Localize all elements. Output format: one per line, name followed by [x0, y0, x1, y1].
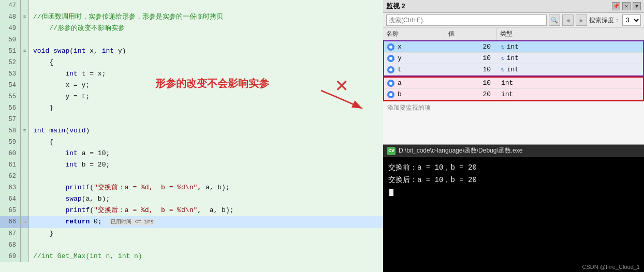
code-panel: 47 48 ≡ //但函数调用时，实参传递给形参，形参是实参的一份临时拷贝 49…: [0, 0, 383, 272]
watch-cell-y-val: 10: [447, 53, 499, 63]
watch-red-group: a 10 int b 20 int: [383, 77, 644, 101]
console-title-bar: cv D:\bit_code\c-language\函数\Debug\函数.ex…: [383, 145, 644, 157]
line-content-60: int a = 10;: [29, 148, 383, 159]
watch-cell-b-name: b: [396, 89, 447, 99]
watch-col-name-header: 名称: [383, 28, 445, 40]
watch-depth-label: 搜索深度：: [589, 16, 620, 25]
line-content-69: //int Get_Max(int n, int n): [29, 251, 383, 262]
watch-row-x-icon: [386, 42, 396, 52]
code-line-61: 61 int b = 20;: [0, 159, 383, 171]
watch-cell-a-type: int: [499, 78, 643, 88]
line-content-58: int main(void): [29, 125, 383, 137]
watch-row-x: x 20 ↻ int: [384, 41, 643, 53]
watch-depth-select[interactable]: 3 5 10: [622, 14, 641, 26]
line-num-57: 57: [0, 114, 21, 125]
code-line-67: 67 }: [0, 228, 383, 239]
watch-cell-b-val: 20: [447, 89, 499, 99]
line-marker-68: [21, 239, 29, 251]
line-content-57: [29, 114, 383, 125]
line-marker-66: →: [21, 216, 29, 228]
line-content-52: {: [29, 57, 383, 68]
line-num-54: 54: [0, 80, 21, 91]
code-line-62: 62: [0, 171, 383, 182]
code-line-60: 60 int a = 10;: [0, 148, 383, 159]
code-line-55: 55 y = t;: [0, 91, 383, 102]
watch-title-icons: 📌 ✕ ▼: [612, 2, 641, 10]
watch-pin-icon[interactable]: 📌: [612, 2, 620, 10]
console-watermark: CSDN @Fire_Cloud_1: [383, 262, 644, 272]
line-num-68: 68: [0, 239, 21, 251]
watch-row-t: t 10 ↻ int: [384, 64, 643, 75]
line-num-61: 61: [0, 159, 21, 171]
line-marker-59: [21, 137, 29, 148]
line-marker-48: ≡: [21, 11, 29, 23]
watch-cell-y-name: y: [396, 53, 447, 63]
code-line-50: 50: [0, 34, 383, 46]
line-marker-65: [21, 205, 29, 216]
code-line-53: 53 int t = x;: [0, 68, 383, 80]
console-content: 交换前：a = 10，b = 20 交换后：a = 10，b = 20: [383, 157, 644, 262]
line-num-50: 50: [0, 34, 21, 46]
code-line-64: 64 swap(a, b);: [0, 193, 383, 205]
line-content-53: int t = x;: [29, 68, 383, 80]
code-line-51: 51 ≡ void swap(int x, int y): [0, 46, 383, 57]
line-content-63: printf("交换前：a = %d, b = %d\n", a, b);: [29, 182, 383, 193]
line-marker-54: [21, 80, 29, 91]
watch-search-input[interactable]: [386, 14, 547, 26]
line-marker-69: [21, 251, 29, 262]
watch-cell-a-val: 10: [447, 78, 499, 88]
line-marker-55: [21, 91, 29, 102]
line-num-47: 47: [0, 0, 21, 11]
line-content-64: swap(a, b);: [29, 193, 383, 205]
code-line-52: 52 {: [0, 57, 383, 68]
line-marker-56: [21, 102, 29, 114]
code-line-65: 65 printf("交换后：a = %d, b = %d\n", a, b);: [0, 205, 383, 216]
watch-title-bar: 监视 2 📌 ✕ ▼: [383, 0, 644, 13]
line-num-65: 65: [0, 205, 21, 216]
watch-cell-x-name: x: [396, 42, 447, 52]
line-marker-49: [21, 23, 29, 34]
line-content-48: //但函数调用时，实参传递给形参，形参是实参的一份临时拷贝: [29, 11, 383, 23]
line-marker-63: [21, 182, 29, 193]
console-icon: cv: [387, 147, 396, 155]
right-panel: 监视 2 📌 ✕ ▼ 🔍 ◀ ▶ 搜索深度： 3 5 10 名称 值 类型: [383, 0, 644, 272]
line-marker-60: [21, 148, 29, 159]
watch-search-button[interactable]: 🔍: [549, 14, 560, 26]
watch-purple-group: x 20 ↻ int y 10 ↻ int: [383, 40, 644, 77]
line-marker-61: [21, 159, 29, 171]
line-marker-64: [21, 193, 29, 205]
watch-cell-t-type: ↻ int: [499, 65, 643, 74]
code-line-66: 66 → return 0; 已用时间 <= 1ms: [0, 216, 383, 228]
code-line-63: 63 printf("交换前：a = %d, b = %d\n", a, b);: [0, 182, 383, 193]
watch-next-button[interactable]: ▶: [576, 14, 587, 26]
watch-menu-icon[interactable]: ▼: [633, 2, 641, 10]
line-content-66: return 0; 已用时间 <= 1ms: [29, 216, 383, 228]
watch-row-a: a 10 int: [384, 78, 643, 89]
console-line-2: 交换后：a = 10，b = 20: [388, 174, 639, 186]
line-content-62: [29, 171, 383, 182]
line-content-56: }: [29, 102, 383, 114]
code-line-49: 49 //形参的改变不影响实参: [0, 23, 383, 34]
line-num-66: 66: [0, 216, 21, 228]
watch-add-text[interactable]: 添加要监视的项: [383, 101, 644, 114]
line-marker-53: [21, 68, 29, 80]
line-content-49: //形参的改变不影响实参: [29, 23, 383, 34]
code-line-58: 58 ≡ int main(void): [0, 125, 383, 137]
watch-cell-x-type: ↻ int: [499, 42, 643, 52]
watch-cell-t-name: t: [396, 65, 447, 74]
watch-cell-a-name: a: [396, 78, 447, 88]
line-content-65: printf("交换后：a = %d, b = %d\n", a, b);: [29, 205, 383, 216]
watch-cell-b-type: int: [499, 89, 643, 99]
watch-close-icon[interactable]: ✕: [622, 2, 631, 10]
code-line-47: 47: [0, 0, 383, 11]
console-line-1: 交换前：a = 10，b = 20: [388, 161, 639, 174]
watch-cell-x-val: 20: [447, 42, 499, 52]
watch-row-t-icon: [386, 65, 396, 74]
code-line-68: 68: [0, 239, 383, 251]
watch-panel: 监视 2 📌 ✕ ▼ 🔍 ◀ ▶ 搜索深度： 3 5 10 名称 值 类型: [383, 0, 644, 145]
watch-prev-button[interactable]: ◀: [562, 14, 574, 26]
watch-row-y-icon: [386, 54, 396, 63]
watch-table-header: 名称 值 类型: [383, 28, 644, 40]
line-content-51: void swap(int x, int y): [29, 46, 383, 57]
line-num-56: 56: [0, 102, 21, 114]
